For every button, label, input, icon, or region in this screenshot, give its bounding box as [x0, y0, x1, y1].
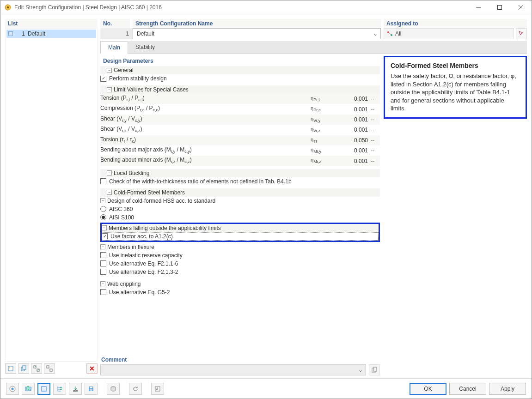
limit-value[interactable]: 0.001: [338, 147, 371, 154]
group-cold-formed: − Cold-Formed Steel Members: [100, 188, 380, 197]
default-button[interactable]: [151, 383, 164, 395]
comment-input[interactable]: ⌄: [100, 364, 366, 375]
group-general-label: General: [114, 67, 134, 73]
no-header: No.: [100, 19, 130, 28]
svg-rect-11: [47, 366, 49, 368]
svg-point-19: [12, 387, 14, 390]
delete-button[interactable]: ✕: [86, 363, 98, 374]
minimize-button[interactable]: [468, 0, 489, 14]
params-title: Design Parameters: [100, 56, 380, 66]
tabs: Main Stability: [100, 41, 527, 54]
units-button[interactable]: 0,00: [22, 383, 35, 395]
perform-stability-label: Perform stability design: [109, 75, 380, 82]
limit-value[interactable]: 0.001: [338, 157, 371, 165]
chevron-down-icon: ⌄: [373, 30, 378, 37]
assigned-input[interactable]: All: [384, 28, 514, 39]
collapse-icon[interactable]: −: [107, 170, 112, 175]
database-button[interactable]: [107, 383, 120, 395]
collapse-icon[interactable]: −: [107, 68, 112, 73]
collapse-icon[interactable]: −: [100, 244, 105, 249]
window-title: Edit Strength Configuration | Steel Desi…: [14, 4, 468, 11]
limit-row: Bending about minor axis (Mr,z / Mc,z)ηM…: [100, 156, 380, 166]
cancel-button[interactable]: Cancel: [449, 383, 486, 395]
info-title: Cold-Formed Steel Members: [391, 62, 520, 69]
limit-unit: --: [371, 116, 380, 123]
limit-symbol: ηVr,y: [311, 115, 338, 124]
limit-value[interactable]: 0.001: [338, 106, 371, 113]
comment-header: Comment: [100, 355, 380, 364]
checkbox-use-factor-a12c[interactable]: [102, 233, 108, 239]
group-local-buckling: − Local Buckling: [100, 169, 380, 177]
members-icon: [387, 31, 393, 36]
new-button[interactable]: [5, 363, 16, 374]
limit-value[interactable]: 0.050: [338, 137, 371, 144]
view-button[interactable]: [37, 383, 50, 395]
limit-symbol: ηPr,t: [311, 94, 338, 103]
app-icon: [4, 4, 12, 11]
checkbox-inelastic-reserve[interactable]: [100, 252, 106, 258]
import-button[interactable]: [69, 383, 82, 395]
checkbox-alt-eq-f2116[interactable]: [100, 260, 106, 266]
help-button[interactable]: [6, 383, 19, 395]
no-box: No. 1: [100, 19, 130, 39]
collapse-icon[interactable]: −: [107, 190, 112, 195]
maximize-button[interactable]: [489, 0, 510, 14]
svg-rect-27: [90, 387, 92, 388]
reset-button[interactable]: [129, 383, 142, 395]
radio-aisc360[interactable]: [100, 206, 106, 212]
tab-stability[interactable]: Stability: [128, 41, 162, 54]
comment-block: Comment ⌄: [100, 355, 380, 375]
apply-button[interactable]: Apply: [489, 383, 526, 395]
limit-row: Shear (Vr,y / Vc,y)ηVr,y0.001--: [100, 115, 380, 125]
pick-button[interactable]: [516, 28, 527, 39]
checkbox-alt-eq-f2132[interactable]: [100, 269, 106, 275]
limit-value[interactable]: 0.001: [338, 116, 371, 123]
save-button[interactable]: [85, 383, 98, 395]
name-input[interactable]: Default ⌄: [133, 28, 381, 39]
limit-row: Tension (Pr,t / Pc,t)ηPr,t0.001--: [100, 94, 380, 104]
radio-aisc360-label: AISC 360: [109, 206, 133, 213]
svg-text:0,00: 0,00: [26, 386, 31, 392]
group-limits-label: Limit Values for Special Cases: [114, 86, 189, 93]
tab-main[interactable]: Main: [100, 41, 128, 54]
svg-point-24: [61, 388, 62, 390]
radio-aisi-s100[interactable]: [100, 214, 106, 220]
collapse-icon[interactable]: −: [100, 281, 105, 286]
assigned-header: Assigned to: [384, 19, 527, 28]
limit-label: Compression (Pr,c / Pc,c): [100, 104, 311, 114]
limit-value[interactable]: 0.001: [338, 126, 371, 133]
width-thickness-label: Check of the width-to-thickness ratio of…: [109, 178, 380, 185]
tree-button[interactable]: [53, 383, 66, 395]
checkbox-width-thickness[interactable]: [100, 178, 106, 184]
copy-button[interactable]: [18, 363, 29, 374]
limit-row: Shear (Vr,z / Vc,z)ηVr,z0.001--: [100, 125, 380, 135]
collapse-icon[interactable]: −: [107, 87, 112, 92]
collapse-icon[interactable]: −: [102, 225, 107, 230]
svg-rect-12: [50, 369, 52, 371]
svg-rect-8: [23, 366, 26, 369]
limit-symbol: ηVr,z: [311, 125, 338, 134]
uncheck-all-button[interactable]: [44, 363, 55, 374]
checkbox-alt-eq-g52[interactable]: [100, 289, 106, 295]
label: Use alternative Eq. F2.1.1-6: [109, 260, 178, 267]
flexure-label: Members in flexure: [107, 243, 154, 251]
limit-value[interactable]: 0.001: [338, 95, 371, 103]
limit-label: Shear (Vr,y / Vc,y): [100, 115, 311, 124]
comment-library-button[interactable]: [369, 364, 380, 375]
checkbox-perform-stability[interactable]: [100, 76, 106, 82]
ok-button[interactable]: OK: [410, 383, 446, 395]
group-cold-formed-label: Cold-Formed Steel Members: [114, 189, 185, 196]
limit-unit: --: [371, 126, 380, 133]
close-button[interactable]: [510, 0, 532, 14]
list-item-num: 1: [16, 30, 25, 37]
info-box: Cold-Formed Steel Members Use the safety…: [384, 56, 527, 119]
svg-line-15: [388, 32, 391, 35]
list-item[interactable]: 1 Default: [6, 30, 96, 38]
outside-limits-label: Members falling outside the applicabilit…: [109, 224, 221, 232]
limit-unit: --: [371, 106, 380, 113]
svg-point-23: [61, 387, 62, 388]
limit-label: Shear (Vr,z / Vc,z): [100, 125, 311, 134]
titlebar: Edit Strength Configuration | Steel Desi…: [0, 0, 532, 14]
collapse-icon[interactable]: −: [100, 198, 105, 203]
check-all-button[interactable]: [31, 363, 42, 374]
